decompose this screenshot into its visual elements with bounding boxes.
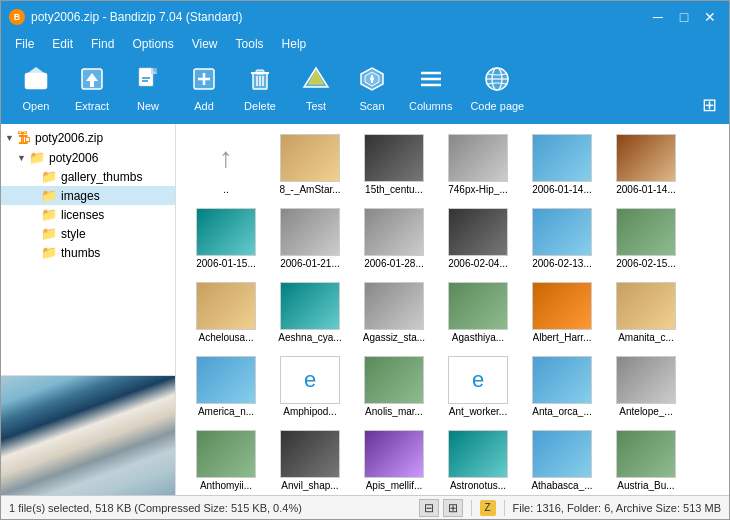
file-thumb xyxy=(364,208,424,256)
list-item[interactable]: 2006-01-21... xyxy=(270,204,350,274)
minimize-button[interactable]: ─ xyxy=(647,8,669,26)
tree-icon-style: 📁 xyxy=(41,226,57,241)
svg-point-22 xyxy=(370,77,374,81)
status-grid-view-button[interactable]: ⊞ xyxy=(443,499,463,517)
file-name: 2006-02-15... xyxy=(616,258,676,270)
file-name: Austria_Bu... xyxy=(617,480,674,492)
file-thumb xyxy=(532,282,592,330)
menu-options[interactable]: Options xyxy=(124,35,181,53)
list-item[interactable]: e Amphipod... xyxy=(270,352,350,422)
list-item[interactable]: 8_-_AmStar... xyxy=(270,130,350,200)
main-window: B poty2006.zip - Bandizip 7.04 (Standard… xyxy=(0,0,730,520)
list-item[interactable]: 2006-02-13... xyxy=(522,204,602,274)
open-button[interactable]: Open xyxy=(9,61,63,116)
list-item[interactable]: Achelousa... xyxy=(186,278,266,348)
file-name: Amphipod... xyxy=(283,406,336,418)
menu-view[interactable]: View xyxy=(184,35,226,53)
tree-item-thumbs[interactable]: 📁 thumbs xyxy=(1,243,175,262)
status-view-icons: ⊟ ⊞ xyxy=(419,499,463,517)
file-name: Anthomyii... xyxy=(200,480,252,492)
file-name: 2006-01-14... xyxy=(616,184,676,196)
file-name: 15th_centu... xyxy=(365,184,423,196)
list-item[interactable]: Astronotus... xyxy=(438,426,518,495)
tree-icon-poty2006: 📁 xyxy=(29,150,45,165)
list-item[interactable]: Austria_Bu... xyxy=(606,426,686,495)
list-item[interactable]: Anvil_shap... xyxy=(270,426,350,495)
file-thumb xyxy=(196,208,256,256)
file-name: Agassiz_sta... xyxy=(363,332,425,344)
list-item[interactable]: 2006-02-15... xyxy=(606,204,686,274)
file-thumb xyxy=(448,134,508,182)
menu-edit[interactable]: Edit xyxy=(44,35,81,53)
file-thumb xyxy=(280,134,340,182)
tree-icon-thumbs: 📁 xyxy=(41,245,57,260)
sidebar: ▼ 🗜 poty2006.zip ▼ 📁 poty2006 📁 gallery_… xyxy=(1,124,176,495)
tree-item-style[interactable]: 📁 style xyxy=(1,224,175,243)
list-item[interactable]: 2006-02-04... xyxy=(438,204,518,274)
file-thumb xyxy=(616,430,676,478)
svg-rect-5 xyxy=(139,68,153,86)
list-item[interactable]: America_n... xyxy=(186,352,266,422)
list-item[interactable]: e Ant_worker... xyxy=(438,352,518,422)
tree-item-root[interactable]: ▼ 🗜 poty2006.zip xyxy=(1,128,175,148)
tree-label-licenses: licenses xyxy=(61,208,104,222)
tree-item-gallery-thumbs[interactable]: 📁 gallery_thumbs xyxy=(1,167,175,186)
menu-tools[interactable]: Tools xyxy=(228,35,272,53)
file-name: Astronotus... xyxy=(450,480,506,492)
list-item[interactable]: Antelope_... xyxy=(606,352,686,422)
tree-label-images: images xyxy=(61,189,100,203)
title-bar: B poty2006.zip - Bandizip 7.04 (Standard… xyxy=(1,1,729,33)
file-thumb xyxy=(616,134,676,182)
menu-file[interactable]: File xyxy=(7,35,42,53)
columns-button[interactable]: Columns xyxy=(401,61,460,116)
list-item[interactable]: 2006-01-14... xyxy=(522,130,602,200)
file-item-parent[interactable]: ↑ .. xyxy=(186,130,266,200)
codepage-button[interactable]: Code page xyxy=(462,61,532,116)
toolbar: Open Extract New Add Delete xyxy=(1,57,729,124)
maximize-button[interactable]: □ xyxy=(673,8,695,26)
list-item[interactable]: 746px-Hip_... xyxy=(438,130,518,200)
list-item[interactable]: Anta_orca_... xyxy=(522,352,602,422)
add-label: Add xyxy=(194,100,214,112)
list-item[interactable]: Anolis_mar... xyxy=(354,352,434,422)
tree-item-licenses[interactable]: 📁 licenses xyxy=(1,205,175,224)
file-name: Anta_orca_... xyxy=(532,406,591,418)
list-item[interactable]: Agasthiya... xyxy=(438,278,518,348)
tree-item-images[interactable]: 📁 images xyxy=(1,186,175,205)
list-item[interactable]: 2006-01-14... xyxy=(606,130,686,200)
codepage-label: Code page xyxy=(470,100,524,112)
close-button[interactable]: ✕ xyxy=(699,8,721,26)
file-thumb xyxy=(364,282,424,330)
file-thumb: e xyxy=(280,356,340,404)
scan-button[interactable]: Scan xyxy=(345,61,399,116)
list-item[interactable]: Albert_Harr... xyxy=(522,278,602,348)
list-item[interactable]: Aeshna_cya... xyxy=(270,278,350,348)
test-button[interactable]: Test xyxy=(289,61,343,116)
menu-help[interactable]: Help xyxy=(274,35,315,53)
new-button[interactable]: New xyxy=(121,61,175,116)
list-item[interactable]: 2006-01-28... xyxy=(354,204,434,274)
list-item[interactable]: 2006-01-15... xyxy=(186,204,266,274)
new-icon xyxy=(134,65,162,97)
file-name: Athabasca_... xyxy=(531,480,592,492)
extract-button[interactable]: Extract xyxy=(65,61,119,116)
status-text: 1 file(s) selected, 518 KB (Compressed S… xyxy=(9,502,411,514)
file-name: Albert_Harr... xyxy=(533,332,592,344)
list-item[interactable]: Amanita_c... xyxy=(606,278,686,348)
menu-find[interactable]: Find xyxy=(83,35,122,53)
list-item[interactable]: Agassiz_sta... xyxy=(354,278,434,348)
file-thumb xyxy=(364,430,424,478)
file-thumb xyxy=(532,134,592,182)
file-thumb xyxy=(448,208,508,256)
window-title: poty2006.zip - Bandizip 7.04 (Standard) xyxy=(31,10,242,24)
list-item[interactable]: Apis_mellif... xyxy=(354,426,434,495)
list-item[interactable]: 15th_centu... xyxy=(354,130,434,200)
view-toggle-icon[interactable]: ⊞ xyxy=(698,91,721,119)
list-item[interactable]: Athabasca_... xyxy=(522,426,602,495)
add-button[interactable]: Add xyxy=(177,61,231,116)
tree-item-poty2006[interactable]: ▼ 📁 poty2006 xyxy=(1,148,175,167)
status-list-view-button[interactable]: ⊟ xyxy=(419,499,439,517)
delete-button[interactable]: Delete xyxy=(233,61,287,116)
file-name: Antelope_... xyxy=(619,406,672,418)
list-item[interactable]: Anthomyii... xyxy=(186,426,266,495)
